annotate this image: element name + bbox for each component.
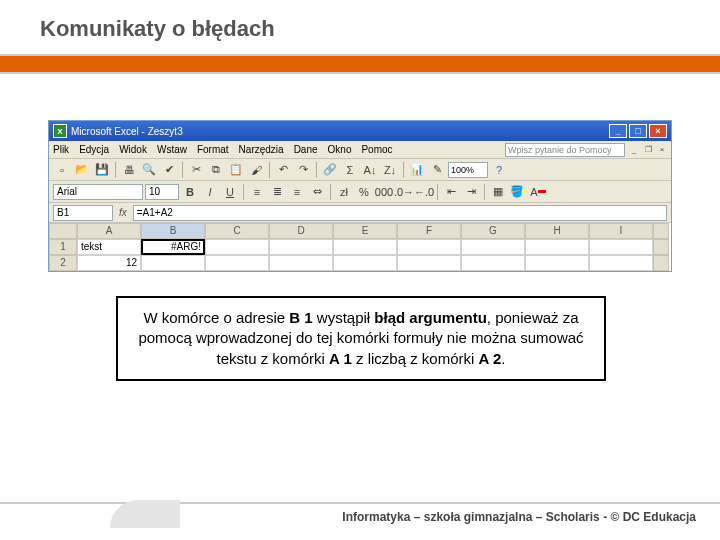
font-name-select[interactable]: Arial	[53, 184, 143, 200]
menu-window[interactable]: Okno	[328, 144, 352, 155]
name-box[interactable]: B1	[53, 205, 113, 221]
autosum-icon[interactable]: Σ	[341, 161, 359, 179]
cell-F1[interactable]	[397, 239, 461, 255]
decrease-decimal-icon[interactable]: ←.0	[415, 183, 433, 201]
formula-bar: B1 fx =A1+A2	[49, 203, 671, 223]
increase-decimal-icon[interactable]: .0→	[395, 183, 413, 201]
col-header-G[interactable]: G	[461, 223, 525, 239]
separator	[403, 162, 404, 178]
cell-H1[interactable]	[525, 239, 589, 255]
menu-insert[interactable]: Wstaw	[157, 144, 187, 155]
percent-button[interactable]: %	[355, 183, 373, 201]
redo-icon[interactable]: ↷	[294, 161, 312, 179]
new-icon[interactable]: ▫	[53, 161, 71, 179]
cell-C1[interactable]	[205, 239, 269, 255]
align-center-icon[interactable]: ≣	[268, 183, 286, 201]
help-search-input[interactable]: Wpisz pytanie do Pomocy	[505, 143, 625, 157]
currency-button[interactable]: zł	[335, 183, 353, 201]
doc-close-button[interactable]: ×	[657, 145, 667, 155]
doc-minimize-button[interactable]: _	[629, 145, 639, 155]
cell-E1[interactable]	[333, 239, 397, 255]
titlebar: X Microsoft Excel - Zeszyt3 _ □ ×	[49, 121, 671, 141]
align-right-icon[interactable]: ≡	[288, 183, 306, 201]
menu-help[interactable]: Pomoc	[361, 144, 392, 155]
menu-edit[interactable]: Edycja	[79, 144, 109, 155]
excel-icon: X	[53, 124, 67, 138]
separator	[484, 184, 485, 200]
cell-B1[interactable]: #ARG!	[141, 239, 205, 255]
cell-H2[interactable]	[525, 255, 589, 271]
sort-desc-icon[interactable]: Z↓	[381, 161, 399, 179]
spellcheck-icon[interactable]: ✔	[160, 161, 178, 179]
cell-A2[interactable]: 12	[77, 255, 141, 271]
decrease-indent-icon[interactable]: ⇤	[442, 183, 460, 201]
save-icon[interactable]: 💾	[93, 161, 111, 179]
hyperlink-icon[interactable]: 🔗	[321, 161, 339, 179]
cell-E2[interactable]	[333, 255, 397, 271]
explain-text: wystąpił	[313, 309, 375, 326]
minimize-button[interactable]: _	[609, 124, 627, 138]
drawing-icon[interactable]: ✎	[428, 161, 446, 179]
col-header-I[interactable]: I	[589, 223, 653, 239]
menu-tools[interactable]: Narzędzia	[239, 144, 284, 155]
menu-view[interactable]: Widok	[119, 144, 147, 155]
explain-text: W komórce o adresie	[143, 309, 289, 326]
maximize-button[interactable]: □	[629, 124, 647, 138]
close-button[interactable]: ×	[649, 124, 667, 138]
menu-file[interactable]: Plik	[53, 144, 69, 155]
paste-icon[interactable]: 📋	[227, 161, 245, 179]
col-header-C[interactable]: C	[205, 223, 269, 239]
sort-asc-icon[interactable]: A↓	[361, 161, 379, 179]
explain-text: .	[501, 350, 505, 367]
fill-color-icon[interactable]: 🪣	[509, 183, 527, 201]
cell-C2[interactable]	[205, 255, 269, 271]
window-title: Microsoft Excel - Zeszyt3	[71, 126, 607, 137]
menu-format[interactable]: Format	[197, 144, 229, 155]
col-header-F[interactable]: F	[397, 223, 461, 239]
chart-icon[interactable]: 📊	[408, 161, 426, 179]
format-painter-icon[interactable]: 🖌	[247, 161, 265, 179]
cell-I1[interactable]	[589, 239, 653, 255]
merge-center-icon[interactable]: ⇔	[308, 183, 326, 201]
col-header-A[interactable]: A	[77, 223, 141, 239]
row-header-1[interactable]: 1	[49, 239, 77, 255]
formatting-toolbar: Arial 10 B I U ≡ ≣ ≡ ⇔ zł % 000 .0→ ←.0 …	[49, 181, 671, 203]
borders-icon[interactable]: ▦	[489, 183, 507, 201]
slide-title: Komunikaty o błędach	[40, 16, 275, 42]
cell-D1[interactable]	[269, 239, 333, 255]
row-header-2[interactable]: 2	[49, 255, 77, 271]
font-size-select[interactable]: 10	[145, 184, 179, 200]
col-header-E[interactable]: E	[333, 223, 397, 239]
comma-style-icon[interactable]: 000	[375, 183, 393, 201]
print-preview-icon[interactable]: 🔍	[140, 161, 158, 179]
cut-icon[interactable]: ✂	[187, 161, 205, 179]
cell-G2[interactable]	[461, 255, 525, 271]
cell-D2[interactable]	[269, 255, 333, 271]
separator	[243, 184, 244, 200]
zoom-select[interactable]: 100%	[448, 162, 488, 178]
font-color-icon[interactable]: A	[529, 183, 547, 201]
align-left-icon[interactable]: ≡	[248, 183, 266, 201]
col-header-H[interactable]: H	[525, 223, 589, 239]
copy-icon[interactable]: ⧉	[207, 161, 225, 179]
cell-F2[interactable]	[397, 255, 461, 271]
help-icon[interactable]: ?	[490, 161, 508, 179]
undo-icon[interactable]: ↶	[274, 161, 292, 179]
fx-icon[interactable]: fx	[119, 207, 127, 218]
col-header-B[interactable]: B	[141, 223, 205, 239]
bold-button[interactable]: B	[181, 183, 199, 201]
formula-input[interactable]: =A1+A2	[133, 205, 667, 221]
col-header-D[interactable]: D	[269, 223, 333, 239]
cell-I2[interactable]	[589, 255, 653, 271]
menu-data[interactable]: Dane	[294, 144, 318, 155]
print-icon[interactable]: 🖶	[120, 161, 138, 179]
open-icon[interactable]: 📂	[73, 161, 91, 179]
increase-indent-icon[interactable]: ⇥	[462, 183, 480, 201]
select-all-button[interactable]	[49, 223, 77, 239]
cell-B2[interactable]	[141, 255, 205, 271]
cell-G1[interactable]	[461, 239, 525, 255]
underline-button[interactable]: U	[221, 183, 239, 201]
italic-button[interactable]: I	[201, 183, 219, 201]
doc-restore-button[interactable]: ❐	[643, 145, 653, 155]
cell-A1[interactable]: tekst	[77, 239, 141, 255]
